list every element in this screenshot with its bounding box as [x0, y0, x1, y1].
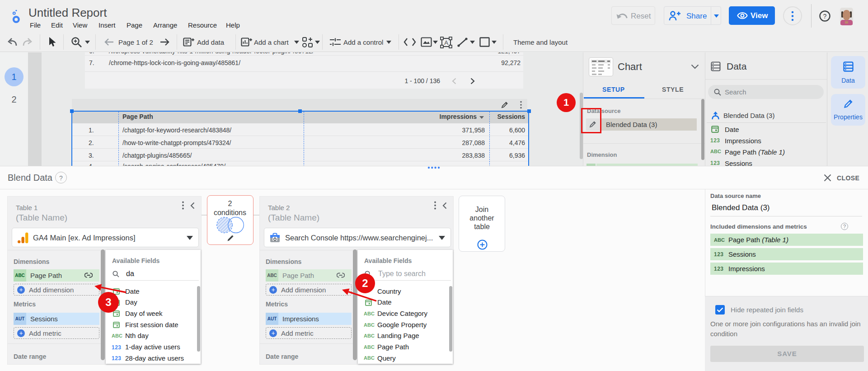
svg-text:?: ? [823, 13, 827, 20]
svg-text:A: A [444, 39, 448, 46]
